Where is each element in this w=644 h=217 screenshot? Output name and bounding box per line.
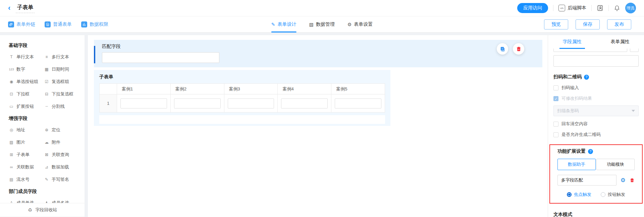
section-title-member-fields: 部门成员字段 xyxy=(9,189,79,195)
trash-icon xyxy=(516,46,522,52)
field-item-label: 分割线 xyxy=(52,103,65,110)
multi-dropdown-icon: ⊟ xyxy=(44,92,49,96)
field-item[interactable]: ┄分割线 xyxy=(44,103,79,110)
field-item[interactable]: ⊿数据加载 xyxy=(44,164,79,170)
help-icon[interactable]: ? xyxy=(584,75,589,80)
checkbox-modify-scan-result[interactable]: ✓ 可修改扫码结果 xyxy=(553,95,639,101)
field-item[interactable]: 123数字 xyxy=(9,66,44,72)
member-multi-icon: ♟ xyxy=(44,201,49,203)
field-item-label: 多行文本 xyxy=(52,54,69,60)
field-item[interactable]: ◎地址 xyxy=(9,127,44,133)
table-cell xyxy=(170,94,224,113)
field-item[interactable]: ◉单选按钮组 xyxy=(9,79,44,85)
radio-button-trigger[interactable]: 按钮触发 xyxy=(601,192,625,198)
multi-field-match-item[interactable]: 多字段匹配 xyxy=(557,175,616,186)
relation-data-icon: ∞ xyxy=(9,165,14,169)
delete-field-button[interactable] xyxy=(513,43,524,55)
checkbox-enter-clear[interactable]: 回车清空内容 xyxy=(553,121,639,127)
form-external-link-button[interactable]: 表单外链 xyxy=(8,21,35,27)
field-property-input[interactable] xyxy=(553,55,639,67)
tab-data-management-label: 数据管理 xyxy=(316,21,335,27)
field-recycle-bin-button[interactable]: ♻ 字段回收站 xyxy=(0,203,85,217)
document-icon xyxy=(45,21,51,27)
subform-cell-input[interactable] xyxy=(174,98,221,108)
field-item[interactable]: ▤流水号 xyxy=(9,176,44,183)
field-item[interactable]: ▭扩展按钮 xyxy=(9,103,44,110)
extension-section-title: 功能扩展设置 xyxy=(557,148,586,154)
field-item[interactable]: ⊠关联查询 xyxy=(44,152,79,158)
radio-focus-trigger[interactable]: 焦点触发 xyxy=(567,192,591,198)
radio-icon xyxy=(601,192,605,197)
clipped-button[interactable] xyxy=(630,49,639,52)
notification-bell-icon[interactable] xyxy=(614,5,620,11)
checkbox-allow-qrcode[interactable]: 是否允许生成二维码 xyxy=(553,132,639,138)
back-icon[interactable]: ‹ xyxy=(8,4,10,12)
multi-line-text-icon: ≡ xyxy=(44,55,49,59)
field-item[interactable]: ▦日期时间 xyxy=(44,66,79,72)
field-item[interactable]: T单行文本 xyxy=(9,54,44,60)
column-header: 案例4 xyxy=(278,84,331,94)
subform-cell-input[interactable] xyxy=(281,98,328,108)
field-item[interactable]: ▨图片 xyxy=(9,139,44,145)
save-button[interactable]: 保存 xyxy=(576,19,600,29)
divider-icon: ┄ xyxy=(44,104,49,109)
tab-form-settings[interactable]: ⚙ 表单设置 xyxy=(347,16,373,32)
subform-icon: ⊞ xyxy=(9,152,14,157)
tab-field-properties[interactable]: 字段属性 xyxy=(548,35,596,48)
match-field-input[interactable] xyxy=(102,52,219,63)
field-item-label: 图片 xyxy=(16,139,25,145)
field-item[interactable]: ⊞子表单 xyxy=(9,152,44,158)
field-item-label: 地址 xyxy=(16,127,25,133)
field-item[interactable]: ☑复选框组 xyxy=(44,79,79,85)
subform-field-block[interactable]: 子表单 案例1 案例2 案例3 案例4 案例5 1 xyxy=(94,70,390,126)
backend-script-button[interactable]: </> 后端脚本 xyxy=(558,5,586,11)
clipped-input[interactable] xyxy=(553,49,627,52)
copy-field-button[interactable] xyxy=(497,43,508,55)
subform-cell-input[interactable] xyxy=(120,98,167,108)
field-item[interactable]: ✎手写签名 xyxy=(44,176,79,183)
avatar[interactable]: 理员 xyxy=(625,3,636,13)
main: 基础字段 T单行文本 ≡多行文本 123数字 ▦日期时间 ◉单选按钮组 ☑复选框… xyxy=(0,32,644,217)
subform-cell-input[interactable] xyxy=(335,98,381,108)
help-icon[interactable]: ? xyxy=(588,149,593,154)
field-item-label: 成员多选 xyxy=(52,200,69,203)
checkbox-scan-input[interactable]: 扫码输入 xyxy=(553,85,639,91)
page-title[interactable]: 子表单 xyxy=(16,3,35,13)
table-row: 1 xyxy=(100,94,385,113)
tab-form-design[interactable]: ✎ 表单设计 xyxy=(271,16,297,32)
form-settings-icon: ⚙ xyxy=(347,22,352,27)
field-item[interactable]: ≡多行文本 xyxy=(44,54,79,60)
field-item[interactable]: ∞关联数据 xyxy=(9,164,44,170)
serial-number-icon: ▤ xyxy=(9,177,14,182)
selected-field-match[interactable]: 匹配字段 xyxy=(94,40,542,67)
field-item[interactable]: ⊕定位 xyxy=(44,127,79,133)
checkbox-icon xyxy=(553,122,558,127)
row-number-cell: 1 xyxy=(100,94,117,113)
address-icon: ◎ xyxy=(9,128,14,132)
recycle-icon: ♻ xyxy=(28,207,33,213)
tab-data-management[interactable]: ▧ 数据管理 xyxy=(309,16,334,32)
field-item[interactable]: ☁附件 xyxy=(44,139,79,145)
data-assistant-button[interactable]: 数据助手 xyxy=(557,159,596,170)
data-permission-button[interactable]: 数据权限 xyxy=(81,21,108,27)
barcode-select[interactable]: 扫描条形码 xyxy=(553,105,639,116)
form-design-canvas[interactable]: 匹配字段 子表单 案例1 案例2 案例3 案例4 案例 xyxy=(88,35,548,217)
preview-button[interactable]: 预览 xyxy=(544,19,568,29)
contacts-icon[interactable] xyxy=(597,5,603,11)
subform-cell-input[interactable] xyxy=(228,98,274,108)
app-access-button[interactable]: 应用访问 xyxy=(517,3,548,13)
field-item[interactable]: ⊟下拉复选框 xyxy=(44,91,79,97)
publish-button[interactable]: 发布 xyxy=(607,19,631,29)
subform-table: 案例1 案例2 案例3 案例4 案例5 1 xyxy=(99,83,385,113)
scan-section-title: 扫码和二维码 xyxy=(553,74,582,80)
field-item-label: 扩展按钮 xyxy=(16,103,34,110)
gear-icon[interactable]: ⚙ xyxy=(621,177,626,183)
function-module-button[interactable]: 功能模块 xyxy=(596,159,635,170)
tab-form-properties[interactable]: 表单属性 xyxy=(596,35,644,48)
delete-extension-button[interactable] xyxy=(630,178,635,183)
field-item[interactable]: ♟成员多选 xyxy=(44,200,79,203)
field-item[interactable]: ♙成员单选 xyxy=(9,200,44,203)
checkbox-icon xyxy=(553,132,558,137)
normal-form-button[interactable]: 普通表单 xyxy=(45,21,72,27)
field-item[interactable]: ⊡下拉框 xyxy=(9,91,44,97)
